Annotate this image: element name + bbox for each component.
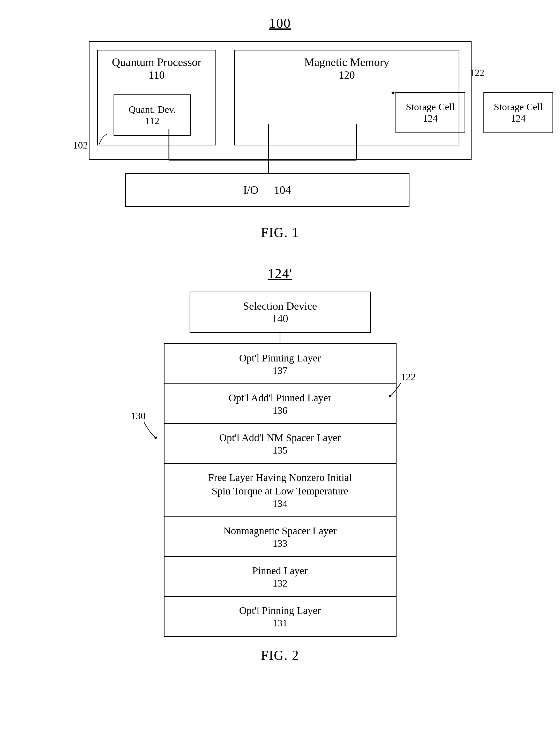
arrow-122-fig2-svg: 122	[385, 373, 437, 404]
magnetic-memory-label: Magnetic Memory	[235, 50, 459, 69]
label-102: 102	[73, 139, 88, 151]
layer-135-number: 135	[273, 444, 287, 456]
magnetic-memory-number: 120	[235, 69, 459, 81]
layer-131-label: Opt'l Pinning Layer	[239, 604, 321, 617]
quantum-processor-box: Quantum Processor 110 Quant. Dev. 112	[97, 50, 216, 145]
io-box: I/O 104	[125, 173, 410, 207]
quant-dev-box: Quant. Dev. 112	[114, 94, 191, 136]
label-122-fig2-wrap: 122	[385, 373, 437, 406]
svg-text:122: 122	[401, 373, 416, 382]
layer-132-label: Pinned Layer	[252, 564, 308, 578]
storage-cell-2-box: Storage Cell 124	[483, 92, 553, 133]
quant-dev-label: Quant. Dev.	[128, 104, 176, 115]
mtj-stack: Opt'l Pinning Layer 137 Opt'l Add'l Pinn…	[164, 343, 396, 637]
layer-133-number: 133	[273, 538, 287, 549]
fig2-diagram: Selection Device 140 Opt'l Pinning Layer…	[99, 291, 461, 637]
layer-132: Pinned Layer 132	[165, 557, 396, 597]
layer-136-number: 136	[273, 405, 287, 416]
quant-dev-number: 112	[145, 115, 160, 126]
layer-131: Opt'l Pinning Layer 131	[165, 597, 396, 636]
layer-137: Opt'l Pinning Layer 137	[165, 344, 396, 384]
io-number: 104	[274, 183, 291, 197]
selection-device-number: 140	[272, 312, 288, 325]
selection-device-box: Selection Device 140	[190, 291, 371, 333]
storage-cell-1-box: Storage Cell 124	[395, 92, 465, 133]
storage-cell-2-number: 124	[511, 113, 526, 124]
fig1-diagram: Quantum Processor 110 Quant. Dev. 112 Ma…	[73, 41, 487, 217]
arrow-130-svg: 130	[131, 412, 165, 442]
layer-133-label: Nonmagnetic Spacer Layer	[223, 524, 337, 538]
layer-134: Free Layer Having Nonzero InitialSpin To…	[165, 464, 396, 517]
fig2-section: 124' Selection Device 140 Opt'l Pinning …	[34, 266, 526, 663]
layer-136: Opt'l Add'l Pinned Layer 136	[165, 384, 396, 424]
fig2-caption: FIG. 2	[261, 648, 299, 663]
layer-135: Opt'l Add'l NM Spacer Layer 135	[165, 424, 396, 464]
svg-marker-9	[154, 436, 157, 439]
layer-137-label: Opt'l Pinning Layer	[239, 351, 321, 365]
quantum-processor-number: 110	[98, 69, 216, 81]
page-content: 100	[34, 16, 526, 663]
layer-137-number: 137	[273, 365, 287, 376]
layer-132-number: 132	[273, 578, 287, 589]
quantum-processor-label: Quantum Processor	[98, 50, 216, 69]
label-130-wrap: 130	[131, 412, 165, 445]
fig1-title: 100	[269, 16, 291, 31]
label-122-fig1: 122	[470, 67, 485, 78]
layer-131-number: 131	[273, 617, 287, 629]
layer-135-label: Opt'l Add'l NM Spacer Layer	[219, 431, 341, 444]
layer-134-number: 134	[273, 498, 287, 509]
layer-136-label: Opt'l Add'l Pinned Layer	[229, 391, 332, 405]
fig2-inner: Selection Device 140 Opt'l Pinning Layer…	[164, 291, 396, 637]
connector-line	[279, 333, 281, 343]
system-box-102: Quantum Processor 110 Quant. Dev. 112 Ma…	[89, 41, 471, 160]
storage-cell-1-number: 124	[423, 113, 438, 124]
storage-cell-2-label: Storage Cell	[494, 101, 543, 113]
fig1-section: 100	[34, 16, 526, 240]
magnetic-memory-box: Magnetic Memory 120 Storage Cell 124 Sto…	[234, 50, 459, 145]
selection-device-label: Selection Device	[243, 300, 317, 312]
io-label: I/O	[243, 183, 259, 197]
layer-134-label: Free Layer Having Nonzero InitialSpin To…	[208, 471, 352, 498]
fig1-caption: FIG. 1	[261, 225, 299, 240]
svg-text:130: 130	[131, 412, 146, 421]
storage-cell-1-label: Storage Cell	[406, 101, 455, 113]
fig2-title: 124'	[268, 266, 292, 281]
layer-133: Nonmagnetic Spacer Layer 133	[165, 517, 396, 557]
